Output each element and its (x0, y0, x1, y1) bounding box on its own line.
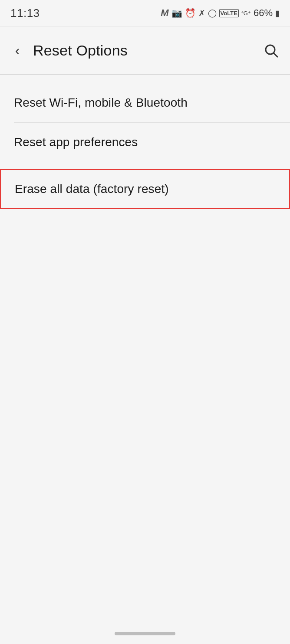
toolbar: ‹ Reset Options (0, 26, 290, 74)
bottom-nav-indicator (115, 632, 175, 635)
gmail-icon: M (161, 7, 168, 19)
toolbar-divider (0, 74, 290, 75)
back-button[interactable]: ‹ (7, 40, 28, 61)
toolbar-left: ‹ Reset Options (7, 40, 128, 61)
volte-icon: VoLTE (219, 9, 239, 17)
signal-4g-icon: ⁴G⁺ (241, 10, 251, 16)
back-icon: ‹ (15, 42, 20, 59)
content-area: Reset Wi-Fi, mobile & Bluetooth Reset ap… (0, 83, 290, 209)
menu-item-reset-wifi-label: Reset Wi-Fi, mobile & Bluetooth (14, 96, 188, 110)
menu-item-reset-app-label: Reset app preferences (14, 135, 138, 149)
location-icon: ◯ (208, 8, 217, 18)
battery-percent: 66% (254, 7, 273, 19)
page-title: Reset Options (33, 42, 128, 59)
status-bar: 11:13 M 📷 ⏰ ✗ ◯ VoLTE ⁴G⁺ 66% ▮ (0, 0, 290, 26)
bluetooth-icon: ✗ (198, 8, 205, 18)
menu-item-reset-app[interactable]: Reset app preferences (0, 123, 290, 162)
menu-item-erase-all-label: Erase all data (factory reset) (15, 182, 169, 196)
status-icons: M 📷 ⏰ ✗ ◯ VoLTE ⁴G⁺ 66% ▮ (161, 7, 280, 19)
menu-item-erase-all[interactable]: Erase all data (factory reset) (0, 169, 290, 209)
image-icon: 📷 (171, 8, 182, 18)
alarm-icon: ⏰ (185, 8, 196, 18)
erase-all-container: Erase all data (factory reset) (0, 169, 290, 209)
divider-2 (14, 162, 290, 162)
status-time: 11:13 (10, 7, 40, 20)
battery-icon: ▮ (275, 8, 280, 18)
search-button[interactable] (260, 40, 281, 61)
svg-line-1 (274, 53, 277, 57)
search-icon (263, 42, 279, 58)
menu-item-reset-wifi[interactable]: Reset Wi-Fi, mobile & Bluetooth (0, 83, 290, 122)
